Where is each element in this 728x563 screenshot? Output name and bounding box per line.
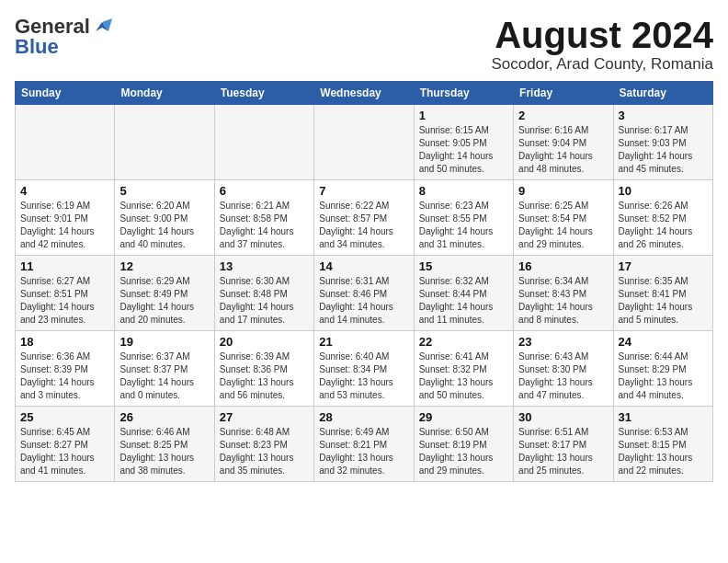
day-number: 29	[419, 410, 508, 424]
day-cell: 10Sunrise: 6:26 AM Sunset: 8:52 PM Dayli…	[613, 180, 712, 256]
day-number: 7	[319, 184, 408, 198]
day-info: Sunrise: 6:25 AM Sunset: 8:54 PM Dayligh…	[518, 200, 608, 251]
day-cell: 19Sunrise: 6:37 AM Sunset: 8:37 PM Dayli…	[115, 331, 214, 407]
day-cell: 30Sunrise: 6:51 AM Sunset: 8:17 PM Dayli…	[514, 407, 613, 482]
day-number: 15	[419, 259, 508, 273]
day-number: 27	[220, 410, 309, 424]
col-header-friday: Friday	[514, 82, 613, 105]
day-number: 6	[220, 184, 309, 198]
day-number: 24	[619, 335, 708, 349]
day-number: 4	[20, 184, 109, 198]
day-info: Sunrise: 6:19 AM Sunset: 9:01 PM Dayligh…	[20, 200, 109, 251]
day-cell: 7Sunrise: 6:22 AM Sunset: 8:57 PM Daylig…	[314, 180, 414, 256]
col-header-sunday: Sunday	[16, 82, 115, 105]
day-info: Sunrise: 6:48 AM Sunset: 8:23 PM Dayligh…	[220, 426, 309, 477]
week-row-1: 1Sunrise: 6:15 AM Sunset: 9:05 PM Daylig…	[16, 105, 713, 180]
logo-bird-icon	[92, 18, 112, 35]
week-row-4: 18Sunrise: 6:36 AM Sunset: 8:39 PM Dayli…	[16, 331, 713, 407]
day-number: 26	[119, 410, 209, 424]
day-cell: 4Sunrise: 6:19 AM Sunset: 9:01 PM Daylig…	[16, 180, 115, 256]
day-cell	[115, 105, 214, 180]
main-title: August 2024	[491, 15, 713, 55]
week-row-5: 25Sunrise: 6:45 AM Sunset: 8:27 PM Dayli…	[16, 407, 713, 482]
day-cell: 28Sunrise: 6:49 AM Sunset: 8:21 PM Dayli…	[314, 407, 414, 482]
week-row-2: 4Sunrise: 6:19 AM Sunset: 9:01 PM Daylig…	[16, 180, 713, 256]
day-cell: 24Sunrise: 6:44 AM Sunset: 8:29 PM Dayli…	[613, 331, 712, 407]
day-number: 18	[20, 335, 109, 349]
day-cell: 2Sunrise: 6:16 AM Sunset: 9:04 PM Daylig…	[514, 105, 613, 180]
day-info: Sunrise: 6:43 AM Sunset: 8:30 PM Dayligh…	[518, 350, 608, 402]
day-cell: 11Sunrise: 6:27 AM Sunset: 8:51 PM Dayli…	[16, 256, 115, 331]
day-number: 16	[518, 259, 608, 273]
day-cell: 9Sunrise: 6:25 AM Sunset: 8:54 PM Daylig…	[514, 180, 613, 256]
day-number: 9	[518, 184, 608, 198]
day-cell: 29Sunrise: 6:50 AM Sunset: 8:19 PM Dayli…	[414, 407, 513, 482]
day-info: Sunrise: 6:32 AM Sunset: 8:44 PM Dayligh…	[419, 275, 508, 327]
day-cell: 31Sunrise: 6:53 AM Sunset: 8:15 PM Dayli…	[613, 407, 712, 482]
col-header-thursday: Thursday	[414, 82, 513, 105]
day-number: 21	[319, 335, 408, 349]
day-cell: 22Sunrise: 6:41 AM Sunset: 8:32 PM Dayli…	[414, 331, 513, 407]
day-number: 5	[119, 184, 209, 198]
day-cell: 27Sunrise: 6:48 AM Sunset: 8:23 PM Dayli…	[214, 407, 313, 482]
day-number: 19	[119, 335, 209, 349]
day-info: Sunrise: 6:36 AM Sunset: 8:39 PM Dayligh…	[20, 350, 109, 402]
title-area: August 2024 Socodor, Arad County, Romani…	[491, 15, 713, 74]
day-info: Sunrise: 6:51 AM Sunset: 8:17 PM Dayligh…	[518, 426, 608, 477]
day-cell: 5Sunrise: 6:20 AM Sunset: 9:00 PM Daylig…	[115, 180, 214, 256]
day-info: Sunrise: 6:45 AM Sunset: 8:27 PM Dayligh…	[20, 426, 109, 477]
day-info: Sunrise: 6:35 AM Sunset: 8:41 PM Dayligh…	[619, 275, 708, 327]
day-number: 2	[518, 109, 608, 122]
day-info: Sunrise: 6:26 AM Sunset: 8:52 PM Dayligh…	[619, 200, 708, 251]
day-number: 30	[518, 410, 608, 424]
day-info: Sunrise: 6:22 AM Sunset: 8:57 PM Dayligh…	[319, 200, 408, 251]
calendar-header-row: SundayMondayTuesdayWednesdayThursdayFrid…	[16, 82, 713, 105]
subtitle: Socodor, Arad County, Romania	[491, 55, 713, 74]
day-info: Sunrise: 6:30 AM Sunset: 8:48 PM Dayligh…	[220, 275, 309, 327]
calendar-table: SundayMondayTuesdayWednesdayThursdayFrid…	[15, 81, 713, 482]
day-number: 12	[119, 259, 209, 273]
col-header-wednesday: Wednesday	[314, 82, 414, 105]
day-cell	[214, 105, 313, 180]
day-info: Sunrise: 6:15 AM Sunset: 9:05 PM Dayligh…	[419, 124, 508, 176]
day-info: Sunrise: 6:17 AM Sunset: 9:03 PM Dayligh…	[619, 124, 708, 176]
day-number: 10	[619, 184, 708, 198]
day-info: Sunrise: 6:37 AM Sunset: 8:37 PM Dayligh…	[119, 350, 209, 402]
day-info: Sunrise: 6:16 AM Sunset: 9:04 PM Dayligh…	[518, 124, 608, 176]
day-cell: 3Sunrise: 6:17 AM Sunset: 9:03 PM Daylig…	[613, 105, 712, 180]
day-info: Sunrise: 6:41 AM Sunset: 8:32 PM Dayligh…	[419, 350, 508, 402]
day-info: Sunrise: 6:29 AM Sunset: 8:49 PM Dayligh…	[119, 275, 209, 327]
day-cell	[16, 105, 115, 180]
day-cell: 8Sunrise: 6:23 AM Sunset: 8:55 PM Daylig…	[414, 180, 513, 256]
week-row-3: 11Sunrise: 6:27 AM Sunset: 8:51 PM Dayli…	[16, 256, 713, 331]
day-number: 8	[419, 184, 508, 198]
day-number: 13	[220, 259, 309, 273]
day-number: 14	[319, 259, 408, 273]
day-info: Sunrise: 6:49 AM Sunset: 8:21 PM Dayligh…	[319, 426, 408, 477]
day-cell: 6Sunrise: 6:21 AM Sunset: 8:58 PM Daylig…	[214, 180, 313, 256]
day-number: 17	[619, 259, 708, 273]
day-info: Sunrise: 6:21 AM Sunset: 8:58 PM Dayligh…	[220, 200, 309, 251]
day-cell: 23Sunrise: 6:43 AM Sunset: 8:30 PM Dayli…	[514, 331, 613, 407]
day-number: 11	[20, 259, 109, 273]
col-header-saturday: Saturday	[613, 82, 712, 105]
day-cell: 21Sunrise: 6:40 AM Sunset: 8:34 PM Dayli…	[314, 331, 414, 407]
col-header-monday: Monday	[115, 82, 214, 105]
day-cell: 17Sunrise: 6:35 AM Sunset: 8:41 PM Dayli…	[613, 256, 712, 331]
day-cell: 26Sunrise: 6:46 AM Sunset: 8:25 PM Dayli…	[115, 407, 214, 482]
day-number: 22	[419, 335, 508, 349]
day-number: 20	[220, 335, 309, 349]
day-info: Sunrise: 6:31 AM Sunset: 8:46 PM Dayligh…	[319, 275, 408, 327]
day-cell: 15Sunrise: 6:32 AM Sunset: 8:44 PM Dayli…	[414, 256, 513, 331]
logo-blue: Blue	[15, 35, 59, 59]
day-number: 31	[619, 410, 708, 424]
day-info: Sunrise: 6:40 AM Sunset: 8:34 PM Dayligh…	[319, 350, 408, 402]
logo: General Blue	[15, 15, 112, 59]
day-info: Sunrise: 6:27 AM Sunset: 8:51 PM Dayligh…	[20, 275, 109, 327]
day-cell: 13Sunrise: 6:30 AM Sunset: 8:48 PM Dayli…	[214, 256, 313, 331]
day-number: 1	[419, 109, 508, 122]
day-info: Sunrise: 6:44 AM Sunset: 8:29 PM Dayligh…	[619, 350, 708, 402]
day-number: 25	[20, 410, 109, 424]
day-number: 3	[619, 109, 708, 122]
day-info: Sunrise: 6:39 AM Sunset: 8:36 PM Dayligh…	[220, 350, 309, 402]
